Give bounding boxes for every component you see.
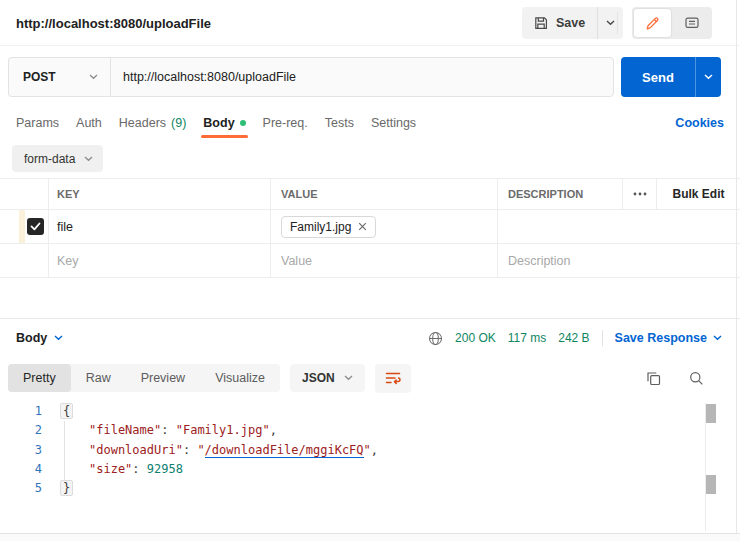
url-bar: POST http://localhost:8080/uploadFile Se… xyxy=(8,57,721,97)
edit-comment-toggle xyxy=(632,7,712,39)
line-number: 2 xyxy=(0,421,42,440)
json-number-value: 92958 xyxy=(147,462,183,476)
indent-guide-line xyxy=(64,421,65,480)
table-row: file Family1.jpg xyxy=(0,210,740,244)
value-placeholder[interactable]: Value xyxy=(270,244,497,277)
tab-visualize[interactable]: Visualize xyxy=(200,364,280,392)
json-key: "downloadUri" xyxy=(89,443,183,457)
chevron-down-icon xyxy=(713,335,722,341)
scrollbar-thumb[interactable] xyxy=(706,475,716,494)
bottom-edge-bar xyxy=(0,533,740,541)
wrap-lines-button[interactable] xyxy=(375,364,411,393)
response-toolbar: Pretty Raw Preview Visualize JSON xyxy=(8,362,722,394)
body-type-label: form-data xyxy=(24,152,75,166)
more-options-icon[interactable] xyxy=(622,179,656,209)
body-type-selector[interactable]: form-data xyxy=(12,145,103,172)
chevron-down-icon xyxy=(89,74,98,80)
json-key: "size" xyxy=(89,462,132,476)
body-modified-dot xyxy=(240,120,246,126)
request-tabs: Params Auth Headers (9) Body Pre-req. Te… xyxy=(16,108,724,138)
tab-auth[interactable]: Auth xyxy=(76,116,102,130)
send-options-button[interactable] xyxy=(695,57,721,97)
tab-pre-request[interactable]: Pre-req. xyxy=(263,116,308,130)
chevron-down-icon xyxy=(84,156,93,162)
tab-headers[interactable]: Headers (9) xyxy=(119,116,187,130)
save-button[interactable]: Save xyxy=(522,7,597,39)
tab-params[interactable]: Params xyxy=(16,116,59,130)
file-chip-label: Family1.jpg xyxy=(290,220,351,234)
file-chip: Family1.jpg xyxy=(281,216,376,238)
row-modified-indicator xyxy=(19,210,25,243)
response-view-tabs: Pretty Raw Preview Visualize xyxy=(8,364,280,392)
row-checkbox[interactable] xyxy=(27,218,44,235)
key-cell[interactable]: file xyxy=(48,210,270,243)
headers-count-badge: (9) xyxy=(171,116,186,130)
line-number: 3 xyxy=(0,441,42,460)
code-line: 4 "size": 92958 xyxy=(0,460,700,479)
url-input[interactable]: http://localhost:8080/uploadFile xyxy=(110,57,614,97)
fold-marker[interactable]: { xyxy=(60,403,73,419)
tab-raw[interactable]: Raw xyxy=(71,364,126,392)
save-button-group: Save xyxy=(522,7,623,39)
search-icon[interactable] xyxy=(689,371,704,386)
row-select-cell xyxy=(0,244,48,277)
comments-button[interactable] xyxy=(673,9,710,37)
scrollbar-thumb[interactable] xyxy=(706,404,716,423)
save-options-button[interactable] xyxy=(597,7,623,39)
format-selector[interactable]: JSON xyxy=(290,364,365,392)
comment-icon xyxy=(685,17,699,30)
send-button[interactable]: Send xyxy=(621,57,695,97)
code-line: 3 "downloadUri": "/downloadFile/mggiKcFQ… xyxy=(0,441,700,460)
chevron-down-icon xyxy=(344,375,353,381)
code-line: 1 { xyxy=(0,402,700,421)
save-button-label: Save xyxy=(556,16,585,30)
download-uri-link[interactable]: /downloadFile/mggiKcFQ xyxy=(205,443,364,458)
tab-body[interactable]: Body xyxy=(203,116,245,130)
chevron-down-icon xyxy=(54,335,63,341)
row-select-cell xyxy=(0,210,48,243)
save-response-button[interactable]: Save Response xyxy=(615,331,722,345)
cookies-link[interactable]: Cookies xyxy=(675,116,724,130)
value-cell[interactable]: Family1.jpg xyxy=(270,210,497,243)
code-line: 5 } xyxy=(0,479,700,498)
toolbar-divider xyxy=(617,12,618,34)
edit-button[interactable] xyxy=(634,9,671,37)
method-label: POST xyxy=(23,70,56,84)
response-body-viewer[interactable]: 1 { 2 "fileName": "Family1.jpg", 3 "down… xyxy=(0,402,700,498)
line-number: 5 xyxy=(0,479,42,498)
response-tool-icons xyxy=(646,371,722,386)
fold-marker[interactable]: } xyxy=(60,480,73,496)
form-data-table: KEY VALUE DESCRIPTION Bulk Edit file Fam… xyxy=(0,178,740,278)
description-column-header: DESCRIPTION xyxy=(497,179,622,209)
request-header-bar: http://localhost:8080/uploadFile Save xyxy=(0,0,740,46)
postman-request-window: http://localhost:8080/uploadFile Save xyxy=(0,0,740,541)
line-number: 4 xyxy=(0,460,42,479)
send-button-group: Send xyxy=(621,57,721,97)
chevron-down-icon xyxy=(704,74,713,80)
description-placeholder[interactable]: Description xyxy=(497,244,740,277)
wrap-lines-icon xyxy=(385,371,401,385)
tab-tests[interactable]: Tests xyxy=(325,116,354,130)
response-meta-bar: Body 200 OK 117 ms 242 B Save Response xyxy=(16,319,722,357)
response-size[interactable]: 242 B xyxy=(558,331,589,345)
method-selector[interactable]: POST xyxy=(8,57,110,97)
tab-preview[interactable]: Preview xyxy=(126,364,200,392)
send-button-label: Send xyxy=(642,70,674,85)
response-pane-selector[interactable]: Body xyxy=(16,331,63,345)
response-time[interactable]: 117 ms xyxy=(508,331,546,345)
response-metrics: 200 OK 117 ms 242 B Save Response xyxy=(428,330,722,346)
save-response-label: Save Response xyxy=(615,331,707,345)
network-globe-icon[interactable] xyxy=(428,331,443,346)
bulk-edit-button[interactable]: Bulk Edit xyxy=(656,179,740,209)
remove-file-icon[interactable] xyxy=(358,222,367,231)
key-column-header: KEY xyxy=(48,179,270,209)
copy-icon[interactable] xyxy=(646,371,661,386)
key-placeholder[interactable]: Key xyxy=(48,244,270,277)
tab-settings[interactable]: Settings xyxy=(371,116,416,130)
tab-pretty[interactable]: Pretty xyxy=(8,364,71,392)
format-label: JSON xyxy=(302,371,335,385)
description-cell[interactable] xyxy=(497,210,740,243)
table-header-row: KEY VALUE DESCRIPTION Bulk Edit xyxy=(0,178,740,210)
url-text: http://localhost:8080/uploadFile xyxy=(123,70,296,84)
status-badge[interactable]: 200 OK xyxy=(455,331,496,345)
